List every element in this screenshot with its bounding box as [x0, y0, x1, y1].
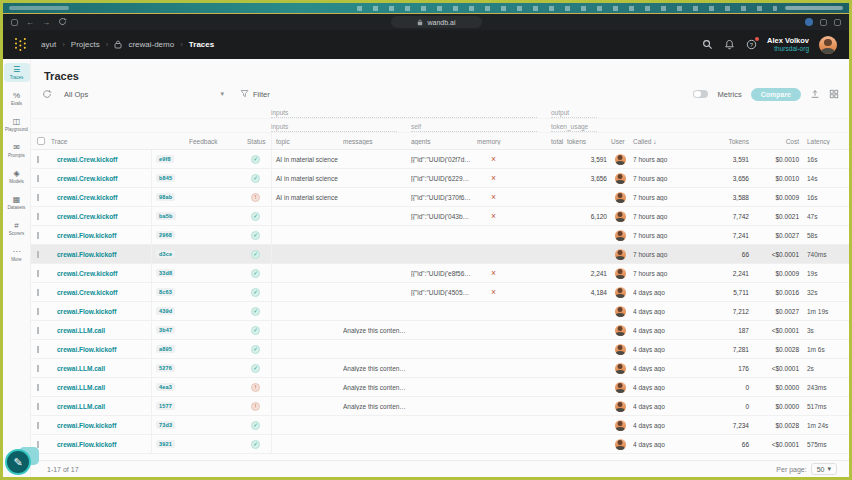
table-row[interactable]: crewai.Crew.kickoff ba5b ✓ [{"id":"UUID(…: [31, 207, 849, 226]
breadcrumb-user[interactable]: ayut: [41, 40, 56, 49]
row-checkbox[interactable]: [37, 194, 39, 201]
breadcrumb-projects[interactable]: Projects: [71, 40, 100, 49]
row-checkbox[interactable]: [37, 175, 39, 182]
ops-selector[interactable]: All Ops ▾: [60, 88, 228, 101]
trace-link[interactable]: crewai.Flow.kickoff: [57, 346, 116, 353]
sidebar-item-traces[interactable]: ☰Traces: [4, 63, 30, 82]
table-row[interactable]: crewai.Flow.kickoff 2968 ✓ 7 hours ago 7…: [31, 226, 849, 245]
col-trace[interactable]: Trace: [51, 138, 151, 145]
table-row[interactable]: crewai.Flow.kickoff 439d ✓ 4 days ago 7,…: [31, 302, 849, 321]
trace-link[interactable]: crewai.Flow.kickoff: [57, 251, 116, 258]
sidebar-item-playground[interactable]: ◫Playground: [4, 115, 30, 134]
row-checkbox[interactable]: [37, 308, 39, 315]
sidebar-item-prompts[interactable]: ✉Prompts: [4, 141, 30, 160]
filter-button[interactable]: Filter: [236, 87, 274, 101]
trace-link[interactable]: crewai.LLM.call: [57, 365, 105, 372]
row-checkbox[interactable]: [37, 232, 39, 239]
row-checkbox[interactable]: [37, 289, 39, 296]
select-all-checkbox[interactable]: [37, 137, 45, 145]
table-row[interactable]: crewai.LLM.call 5276 ✓ Analyze this cont…: [31, 359, 849, 378]
export-icon[interactable]: [810, 89, 820, 99]
table-row[interactable]: crewai.Crew.kickoff 8c63 ✓ [{"id":"UUID(…: [31, 283, 849, 302]
wandb-logo-icon[interactable]: [15, 38, 27, 51]
trace-link[interactable]: crewai.LLM.call: [57, 403, 105, 410]
table-row[interactable]: crewai.LLM.call 4ea3 ! Analyze this cont…: [31, 378, 849, 397]
back-icon[interactable]: ←: [26, 18, 34, 27]
trace-link[interactable]: crewai.Crew.kickoff: [57, 175, 117, 182]
table-row[interactable]: crewai.Crew.kickoff 98ab ! AI in materia…: [31, 188, 849, 207]
col-messages[interactable]: messages: [343, 138, 411, 145]
trace-link[interactable]: crewai.Flow.kickoff: [57, 232, 116, 239]
row-checkbox[interactable]: [37, 213, 39, 220]
table-row[interactable]: crewai.LLM.call 3b47 ✓ Analyze this cont…: [31, 321, 849, 340]
row-checkbox[interactable]: [37, 327, 39, 334]
trace-link[interactable]: crewai.LLM.call: [57, 327, 105, 334]
col-agents[interactable]: agents: [411, 138, 477, 145]
row-checkbox[interactable]: [37, 403, 39, 410]
trace-link[interactable]: crewai.Crew.kickoff: [57, 289, 117, 296]
user-info[interactable]: Alex Volkov thursdai-org: [767, 36, 809, 54]
reload-icon[interactable]: [58, 17, 68, 27]
row-checkbox[interactable]: [37, 156, 39, 163]
trace-link[interactable]: crewai.Crew.kickoff: [57, 213, 117, 220]
help-icon[interactable]: ?: [745, 39, 757, 51]
trace-link[interactable]: crewai.LLM.call: [57, 384, 105, 391]
forward-icon[interactable]: →: [42, 18, 50, 27]
refresh-icon[interactable]: [42, 89, 52, 99]
metrics-toggle[interactable]: [693, 90, 708, 99]
table-row[interactable]: crewai.Flow.kickoff d3ce ✓ 7 hours ago 6…: [31, 245, 849, 264]
breadcrumb-project[interactable]: crewai-demo: [128, 40, 174, 49]
sidebar-item-datasets[interactable]: ▦Datasets: [4, 193, 30, 212]
trace-link[interactable]: crewai.Crew.kickoff: [57, 270, 117, 277]
row-checkbox[interactable]: [37, 422, 39, 429]
compare-button[interactable]: Compare: [751, 88, 801, 101]
col-cost[interactable]: Cost: [753, 138, 803, 145]
col-called[interactable]: Called ↓: [633, 138, 703, 145]
table-row[interactable]: crewai.Flow.kickoff a895 ✓ 4 days ago 7,…: [31, 340, 849, 359]
col-latency[interactable]: Latency: [803, 138, 849, 145]
row-checkbox[interactable]: [37, 251, 39, 258]
row-checkbox[interactable]: [37, 346, 39, 353]
user-avatar[interactable]: [819, 36, 837, 54]
table-row[interactable]: crewai.Crew.kickoff e9f8 ✓ AI in materia…: [31, 150, 849, 169]
browser-menu-icon[interactable]: [834, 19, 841, 26]
col-user[interactable]: User: [611, 138, 633, 145]
row-checkbox[interactable]: [37, 384, 39, 391]
sidebar-item-models[interactable]: ◈Models: [4, 167, 30, 186]
table-row[interactable]: crewai.Flow.kickoff 73d3 ✓ 4 days ago 7,…: [31, 416, 849, 435]
row-checkbox[interactable]: [37, 365, 39, 372]
row-user-avatar: [615, 382, 626, 393]
col-topic[interactable]: topic: [271, 133, 343, 149]
col-total-tokens[interactable]: total_tokens: [551, 138, 611, 145]
trace-link[interactable]: crewai.Flow.kickoff: [57, 422, 116, 429]
table-row[interactable]: crewai.LLM.call 1577 ! Analyze this cont…: [31, 397, 849, 416]
row-checkbox[interactable]: [37, 441, 39, 448]
col-feedback[interactable]: Feedback: [189, 138, 247, 145]
search-icon[interactable]: [701, 39, 713, 51]
table-row[interactable]: crewai.Crew.kickoff b845 ✓ AI in materia…: [31, 169, 849, 188]
bell-icon[interactable]: [723, 39, 735, 51]
sidebar-item-evals[interactable]: %Evals: [4, 89, 30, 108]
called-cell: 4 days ago: [633, 327, 703, 334]
called-cell: 4 days ago: [633, 308, 703, 315]
extensions-icon[interactable]: [820, 19, 827, 26]
table-row[interactable]: crewai.Flow.kickoff 3921 ✓ 4 days ago 66…: [31, 435, 849, 454]
address-bar[interactable]: wandb.ai: [391, 16, 481, 28]
sidebar-item-more[interactable]: ⋯More: [4, 245, 30, 264]
columns-icon[interactable]: [829, 89, 839, 99]
row-checkbox[interactable]: [37, 270, 39, 277]
col-status[interactable]: Status: [247, 138, 271, 145]
col-tokens[interactable]: Tokens: [703, 138, 753, 145]
table-row[interactable]: crewai.Crew.kickoff 33d8 ✓ [{"id":"UUID(…: [31, 264, 849, 283]
per-page-select[interactable]: 50 ▾: [811, 463, 837, 475]
tab-overview-icon[interactable]: [11, 19, 18, 26]
trace-link[interactable]: crewai.Crew.kickoff: [57, 194, 117, 201]
col-memory[interactable]: memory: [477, 138, 551, 145]
trace-link[interactable]: crewai.Flow.kickoff: [57, 441, 116, 448]
sidebar-item-scorers[interactable]: #Scorers: [4, 219, 30, 238]
trace-link[interactable]: crewai.Crew.kickoff: [57, 156, 117, 163]
browser-profile-icon[interactable]: [805, 18, 813, 26]
topic-cell: [271, 435, 343, 453]
trace-link[interactable]: crewai.Flow.kickoff: [57, 308, 116, 315]
recorder-widget[interactable]: ✎: [5, 449, 31, 475]
